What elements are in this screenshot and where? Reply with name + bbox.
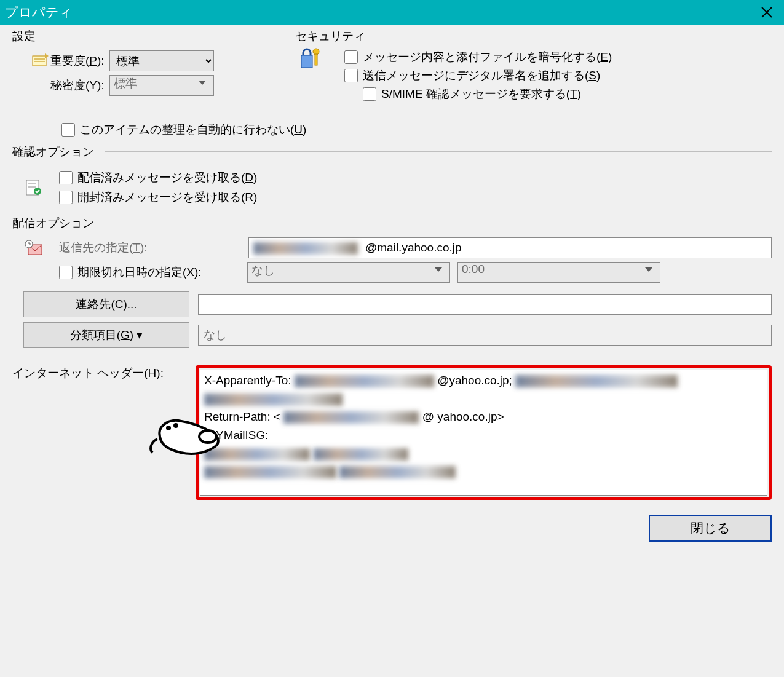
title-bar: プロパティ [0, 0, 784, 25]
delivery-receipt-checkbox[interactable] [59, 171, 73, 184]
replyto-label: 返信先の指定(T): [59, 240, 244, 256]
lock-key-icon [295, 47, 326, 105]
replyto-redacted-prefix [253, 241, 358, 255]
smime-label: S/MIME 確認メッセージを要求する(T) [381, 86, 581, 102]
svg-rect-2 [33, 56, 46, 66]
contacts-button[interactable]: 連絡先(C)... [23, 291, 189, 317]
svg-rect-5 [301, 55, 312, 68]
headers-label: インターネット ヘッダー(H): [12, 365, 191, 381]
replyto-visible-suffix: @mail.yahoo.co.jp [365, 241, 462, 255]
sensitivity-select: 標準 [109, 75, 214, 96]
internet-headers-textarea[interactable]: X-Apparently-To: @yahoo.co.jp; Return-Pa… [200, 370, 767, 496]
delivery-legend: 配信オプション [12, 215, 98, 231]
importance-select[interactable]: 標準 [109, 50, 214, 71]
contacts-input[interactable] [198, 294, 772, 315]
expire-date-select: なし [247, 262, 450, 283]
importance-label: 重要度(P): [50, 53, 105, 69]
clock-envelope-icon [23, 240, 44, 256]
confirm-legend: 確認オプション [12, 144, 98, 160]
close-button[interactable]: 閉じる [649, 515, 772, 542]
close-icon[interactable] [754, 0, 779, 25]
svg-rect-7 [315, 54, 317, 65]
category-field [198, 325, 772, 346]
expire-label: 期限切れ日時の指定(X): [77, 264, 242, 280]
headers-highlight: X-Apparently-To: @yahoo.co.jp; Return-Pa… [196, 365, 772, 500]
security-legend: セキュリティ [295, 28, 369, 44]
read-receipt-label: 開封済みメッセージを受け取る(R) [77, 189, 257, 205]
sensitivity-label: 秘密度(Y): [50, 77, 105, 93]
expire-checkbox[interactable] [59, 266, 73, 279]
smime-checkbox[interactable] [363, 87, 376, 101]
category-button[interactable]: 分類項目(G) ▾ [23, 322, 189, 348]
window-title: プロパティ [5, 4, 73, 21]
encrypt-checkbox[interactable] [344, 50, 358, 64]
read-receipt-checkbox[interactable] [59, 191, 73, 204]
note-icon [30, 53, 50, 68]
expire-time-select: 0:00 [457, 262, 660, 283]
settings-legend: 設定 [12, 28, 39, 44]
encrypt-label: メッセージ内容と添付ファイルを暗号化する(E) [363, 49, 612, 65]
autosort-checkbox[interactable] [61, 123, 75, 137]
sign-checkbox[interactable] [344, 69, 358, 82]
receipt-icon [23, 179, 44, 196]
sign-label: 送信メッセージにデジタル署名を追加する(S) [363, 68, 600, 84]
delivery-receipt-label: 配信済みメッセージを受け取る(D) [77, 170, 257, 186]
autosort-label: このアイテムの整理を自動的に行わない(U) [80, 122, 306, 138]
